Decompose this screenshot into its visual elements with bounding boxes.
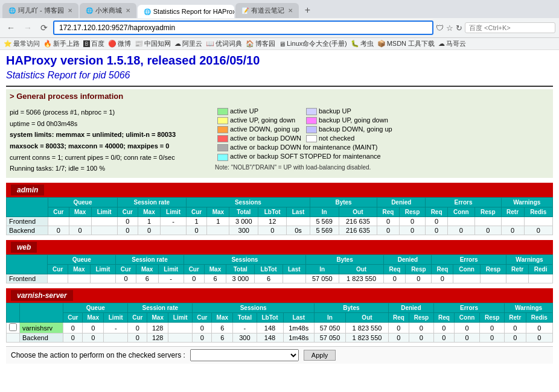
- bookmark-8[interactable]: 🖥 Linux命令大全(手册): [279, 39, 347, 48]
- td: 1m48s: [283, 334, 314, 343]
- th-q-limit: Limit: [104, 313, 128, 323]
- th-b-out: Out: [346, 313, 389, 323]
- bookmark-5[interactable]: ☁ 阿里云: [174, 39, 202, 48]
- table-row: Frontend 0 6 - 0 6 3 000 6 57 050 1 823 …: [7, 274, 553, 283]
- th-d-resp: Resp: [409, 313, 433, 323]
- proxy-varnish-label: varnish-server: [11, 290, 73, 301]
- tab-close-0[interactable]: ✕: [68, 7, 72, 14]
- th-q-max: Max: [83, 313, 104, 323]
- bookmark-4[interactable]: 📰 中国知网: [135, 39, 171, 48]
- new-tab-button[interactable]: +: [300, 2, 315, 18]
- tab-close-3[interactable]: ✕: [288, 7, 293, 14]
- apply-button[interactable]: Apply: [304, 350, 336, 361]
- td: 6: [204, 274, 226, 283]
- tab-2[interactable]: 🌐 Statistics Report for HAProxy ✕: [138, 5, 234, 18]
- proxy-admin-label-row: admin: [6, 183, 553, 197]
- bottom-bar: Choose the action to perform on the chec…: [6, 346, 553, 364]
- th-b-in: In: [305, 265, 339, 274]
- td: 6: [136, 274, 158, 283]
- th-e-req: Req: [426, 207, 447, 217]
- td: 0: [48, 226, 69, 235]
- admin-stats-table: Queue Session rate Sessions Bytes Denied…: [6, 197, 553, 235]
- td: 0: [526, 323, 552, 334]
- refresh-button[interactable]: ⟳: [37, 22, 51, 34]
- th-w-redis: Redi: [529, 265, 553, 274]
- tab-1[interactable]: 🌐 小米商城 ✕: [80, 3, 136, 18]
- legend-color-4: [217, 126, 228, 133]
- bookmark-7[interactable]: 🏠 博客园: [246, 39, 275, 48]
- td: 0: [377, 217, 399, 226]
- td: 0: [409, 334, 433, 343]
- address-bar[interactable]: [53, 21, 433, 35]
- td: 0: [193, 334, 212, 343]
- td: 0: [83, 323, 104, 334]
- bookmark-2[interactable]: 🅱 百度: [83, 39, 104, 48]
- forward-button[interactable]: →: [21, 22, 35, 34]
- proxy-web-label: web: [11, 242, 37, 253]
- bookmark-9[interactable]: 🐛 考虫: [351, 39, 374, 48]
- th-e-resp: Resp: [474, 207, 501, 217]
- td: 6: [212, 334, 233, 343]
- tab-label-2: Statistics Report for HAProxy: [153, 8, 234, 15]
- th-d-req: Req: [377, 207, 399, 217]
- td: [474, 217, 501, 226]
- bookmark-11[interactable]: ☁ 马哥云: [438, 39, 466, 48]
- td: 3 000: [229, 217, 258, 226]
- th-session-rate: Session rate: [128, 303, 193, 313]
- th-queue: Queue: [48, 255, 116, 265]
- bookmark-1[interactable]: 🔥 新手上路: [43, 39, 80, 48]
- legend-color-8: [217, 144, 228, 151]
- td: 0: [454, 323, 479, 334]
- td: 0: [258, 226, 287, 235]
- th-session-rate: Session rate: [117, 198, 186, 207]
- th-sr-max: Max: [138, 207, 160, 217]
- td: 0: [138, 226, 160, 235]
- bookmark-6[interactable]: 📖 优词词典: [206, 39, 242, 48]
- action-select[interactable]: [190, 349, 299, 361]
- tab-0[interactable]: 🌐 珂儿吖 - 博客园 ✕: [2, 3, 78, 18]
- checkbox-cell-varnishsrv[interactable]: [7, 323, 20, 334]
- info-right: active UP backup UP active UP, going dow…: [215, 107, 549, 174]
- th-w-retr: Retr: [505, 313, 526, 323]
- bookmark-icon[interactable]: ☆: [446, 24, 453, 33]
- td: -: [104, 323, 128, 334]
- bookmark-10[interactable]: 📦 MSDN 工具下载: [377, 39, 435, 48]
- th-errors: Errors: [432, 255, 506, 265]
- proxy-varnish-label-row: varnish-server: [6, 288, 553, 303]
- th-bytes: Bytes: [305, 255, 384, 265]
- varnish-stats-table: Queue Session rate Sessions Bytes Denied…: [6, 303, 553, 343]
- td: 148: [257, 334, 283, 343]
- back-button[interactable]: ←: [4, 22, 18, 34]
- row-label-backend: Backend: [7, 226, 48, 235]
- th-w-retr: Retr: [501, 207, 524, 217]
- refresh-icon2[interactable]: ↻: [456, 24, 462, 33]
- th-check: [7, 303, 20, 323]
- tab-close-1[interactable]: ✕: [126, 7, 130, 14]
- td: [104, 334, 128, 343]
- bookmarks-bar: ⭐ 最常访问 🔥 新手上路 🅱 百度 🔴 微博 📰 中国知网 ☁ 阿里云 📖 优…: [0, 38, 559, 50]
- proxy-web: web Queue Session rate Sessions Bytes De…: [6, 240, 553, 283]
- th-s-max: Max: [207, 207, 229, 217]
- bookmark-3[interactable]: 🔴 微博: [108, 39, 131, 48]
- search-input[interactable]: [465, 22, 555, 33]
- td: 0: [505, 323, 526, 334]
- td: 0: [128, 334, 147, 343]
- td: 0: [426, 226, 447, 235]
- td: 1: [138, 217, 160, 226]
- th-d-resp: Resp: [406, 265, 432, 274]
- server-checkbox-varnishsrv[interactable]: [9, 323, 17, 331]
- td: [447, 217, 474, 226]
- th-w-retr: Retr: [506, 265, 528, 274]
- bookmark-0[interactable]: ⭐ 最常访问: [4, 39, 40, 48]
- th-sr-max: Max: [147, 313, 168, 323]
- tab-3[interactable]: 📝 有道云笔记 ✕: [235, 3, 299, 18]
- section-header-general[interactable]: > General process information: [6, 89, 553, 103]
- th-bytes: Bytes: [314, 303, 388, 313]
- td: [90, 274, 115, 283]
- td: 0: [524, 226, 553, 235]
- th-e-req: Req: [432, 265, 453, 274]
- info-line-3: maxsock = 80033; maxconn = 40000; maxpip…: [10, 141, 203, 152]
- td: [207, 226, 229, 235]
- tab-icon-0: 🌐: [8, 7, 16, 14]
- td: 57 050: [314, 334, 345, 343]
